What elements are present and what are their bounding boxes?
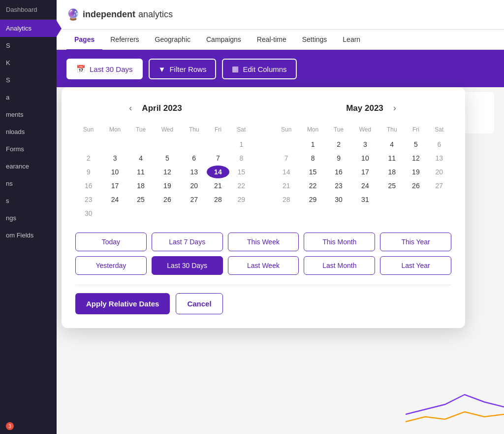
cal-day[interactable]: 4 (129, 152, 153, 165)
cal-day[interactable]: 5 (405, 138, 427, 151)
sidebar-item-dashboard[interactable]: Dashboard (0, 0, 57, 20)
cal-day[interactable]: 20 (428, 166, 450, 178)
next-month-button[interactable]: › (389, 101, 400, 115)
cal-day[interactable]: 13 (182, 166, 206, 178)
cal-day[interactable]: 30 (76, 207, 101, 220)
cal-day[interactable]: 31 (351, 193, 379, 206)
tab-campaigns[interactable]: Campaigns (198, 30, 249, 51)
cal-day[interactable]: 28 (274, 193, 299, 206)
cal-day[interactable]: 3 (102, 152, 128, 165)
cal-day[interactable]: 10 (102, 166, 128, 178)
cal-day[interactable]: 7 (207, 152, 229, 165)
cal-day[interactable]: 29 (300, 193, 326, 206)
cal-day[interactable]: 29 (230, 193, 252, 206)
cal-day[interactable]: 14 (274, 166, 299, 178)
quick-last-year-button[interactable]: Last Year (380, 256, 451, 275)
cal-day[interactable]: 9 (76, 166, 101, 178)
quick-last-month-button[interactable]: Last Month (304, 256, 375, 275)
sidebar-item-s[interactable]: S (0, 37, 57, 54)
cal-day[interactable]: 25 (129, 193, 153, 206)
tab-referrers[interactable]: Referrers (102, 30, 147, 51)
cal-day[interactable]: 5 (154, 152, 182, 165)
cal-day[interactable]: 21 (274, 179, 299, 192)
cal-day[interactable]: 21 (207, 179, 229, 192)
cal-day[interactable]: 24 (351, 179, 379, 192)
cal-day[interactable]: 19 (405, 166, 427, 178)
cal-day[interactable]: 15 (230, 166, 252, 178)
cal-day[interactable]: 6 (428, 138, 450, 151)
sidebar-item-ns[interactable]: ns (0, 175, 57, 192)
sidebar-item-om-fields[interactable]: om Fields (0, 227, 57, 244)
col-tue: Tue (129, 124, 153, 137)
sidebar-item-nloads[interactable]: nloads (0, 123, 57, 140)
quick-today-button[interactable]: Today (75, 233, 147, 251)
cal-day[interactable]: 23 (327, 179, 350, 192)
cal-day[interactable]: 2 (327, 138, 350, 151)
cal-day[interactable]: 4 (380, 138, 404, 151)
cal-day[interactable]: 20 (182, 179, 206, 192)
quick-last-week-button[interactable]: Last Week (228, 256, 299, 275)
cal-day[interactable]: 3 (351, 138, 379, 151)
cal-day[interactable]: 13 (428, 152, 450, 165)
cal-day-selected[interactable]: 14 (207, 166, 229, 178)
quick-this-year-button[interactable]: This Year (380, 233, 451, 251)
cal-day[interactable]: 27 (182, 193, 206, 206)
cal-day[interactable]: 27 (428, 179, 450, 192)
cal-day[interactable]: 16 (76, 179, 101, 192)
filter-rows-button[interactable]: ▼ Filter Rows (149, 59, 217, 79)
cal-day[interactable]: 9 (327, 152, 350, 165)
cal-day[interactable]: 24 (102, 193, 128, 206)
sidebar-item-ments[interactable]: ments (0, 106, 57, 123)
cal-day[interactable]: 22 (300, 179, 326, 192)
sidebar-item-s3[interactable]: s (0, 192, 57, 209)
cal-day[interactable]: 15 (300, 166, 326, 178)
apply-relative-dates-button[interactable]: Apply Relative Dates (75, 293, 170, 314)
cancel-button[interactable]: Cancel (176, 293, 222, 314)
quick-last7-button[interactable]: Last 7 Days (152, 233, 223, 251)
sidebar-item-ngs[interactable]: ngs (0, 209, 57, 227)
tab-geographic[interactable]: Geographic (147, 30, 198, 51)
tab-pages[interactable]: Pages (66, 30, 102, 51)
edit-columns-button[interactable]: ▦ Edit Columns (222, 59, 296, 79)
quick-yesterday-button[interactable]: Yesterday (75, 256, 147, 275)
tab-realtime[interactable]: Real-time (249, 30, 294, 51)
sidebar-item-forms[interactable]: Forms (0, 140, 57, 158)
cal-day[interactable]: 18 (129, 179, 153, 192)
sidebar-item-s2[interactable]: S (0, 71, 57, 89)
cal-day[interactable]: 10 (351, 152, 379, 165)
sidebar-item-analytics[interactable]: Analytics (0, 20, 57, 37)
sidebar-item-k[interactable]: K (0, 54, 57, 71)
cal-day[interactable]: 1 (300, 138, 326, 151)
sidebar-item-a[interactable]: a (0, 89, 57, 106)
date-range-button[interactable]: 📅 Last 30 Days (66, 59, 143, 79)
quick-last30-button[interactable]: Last 30 Days (152, 256, 223, 275)
cal-day[interactable]: 30 (327, 193, 350, 206)
cal-day[interactable]: 11 (129, 166, 153, 178)
cal-day[interactable]: 7 (274, 152, 299, 165)
quick-this-month-button[interactable]: This Month (304, 233, 375, 251)
cal-day[interactable]: 6 (182, 152, 206, 165)
prev-month-button[interactable]: ‹ (125, 101, 136, 115)
cal-day[interactable]: 11 (380, 152, 404, 165)
cal-day[interactable]: 23 (76, 193, 101, 206)
cal-day[interactable]: 19 (154, 179, 182, 192)
tab-settings[interactable]: Settings (294, 30, 335, 51)
quick-this-week-button[interactable]: This Week (228, 233, 299, 251)
tab-learn[interactable]: Learn (335, 30, 368, 51)
cal-day[interactable]: 8 (230, 152, 252, 165)
cal-day[interactable]: 26 (405, 179, 427, 192)
cal-day[interactable]: 2 (76, 152, 101, 165)
cal-day[interactable]: 8 (300, 152, 326, 165)
cal-day[interactable]: 17 (102, 179, 128, 192)
cal-day[interactable]: 26 (154, 193, 182, 206)
cal-day[interactable]: 12 (405, 152, 427, 165)
cal-day[interactable]: 28 (207, 193, 229, 206)
cal-day[interactable]: 25 (380, 179, 404, 192)
cal-day[interactable]: 12 (154, 166, 182, 178)
cal-day[interactable]: 16 (327, 166, 350, 178)
cal-day[interactable]: 18 (380, 166, 404, 178)
cal-day[interactable]: 17 (351, 166, 379, 178)
cal-day[interactable]: 22 (230, 179, 252, 192)
sidebar-item-earance[interactable]: earance (0, 158, 57, 175)
cal-day[interactable]: 1 (230, 138, 252, 151)
